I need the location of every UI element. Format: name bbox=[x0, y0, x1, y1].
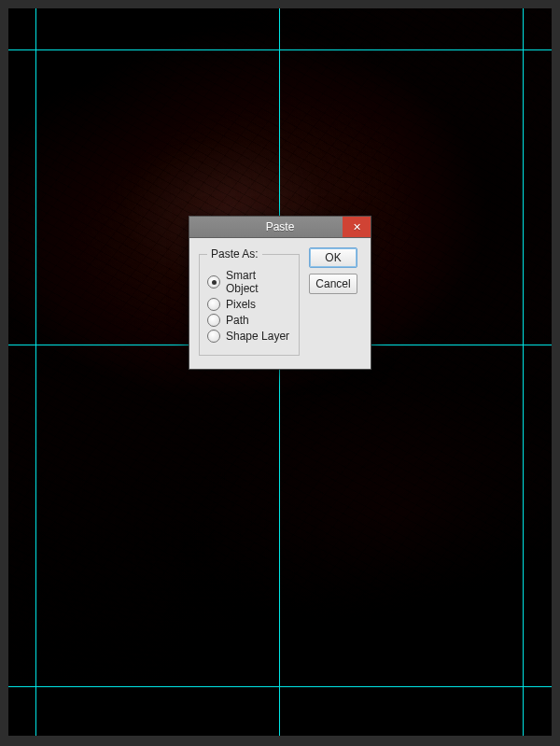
dialog-titlebar[interactable]: Paste ✕ bbox=[189, 217, 371, 238]
radio-label: Path bbox=[226, 314, 249, 327]
close-icon: ✕ bbox=[353, 222, 361, 232]
dialog-button-column: OK Cancel bbox=[309, 247, 357, 294]
button-label: OK bbox=[325, 251, 341, 264]
radio-label: Shape Layer bbox=[226, 330, 289, 343]
background-texture bbox=[8, 8, 552, 736]
radio-label: Smart Object bbox=[226, 269, 291, 295]
ok-button[interactable]: OK bbox=[309, 247, 357, 268]
cancel-button[interactable]: Cancel bbox=[309, 274, 357, 294]
radio-shape-layer[interactable]: Shape Layer bbox=[207, 330, 291, 343]
close-button[interactable]: ✕ bbox=[343, 217, 371, 237]
radio-icon bbox=[207, 275, 220, 289]
paste-as-group: Paste As: Smart Object Pixels Path Shape… bbox=[199, 247, 300, 356]
radio-icon bbox=[207, 298, 220, 311]
dialog-title: Paste bbox=[266, 220, 295, 233]
document-canvas[interactable] bbox=[8, 8, 552, 736]
radio-smart-object[interactable]: Smart Object bbox=[207, 269, 291, 295]
dialog-body: Paste As: Smart Object Pixels Path Shape… bbox=[189, 238, 371, 369]
radio-icon bbox=[207, 314, 220, 327]
radio-path[interactable]: Path bbox=[207, 314, 291, 327]
radio-icon bbox=[207, 330, 220, 343]
paste-as-legend: Paste As: bbox=[207, 247, 262, 260]
button-label: Cancel bbox=[315, 277, 350, 290]
radio-label: Pixels bbox=[226, 298, 256, 311]
workspace: Paste ✕ Paste As: Smart Object Pixels Pa… bbox=[0, 0, 560, 746]
paste-dialog: Paste ✕ Paste As: Smart Object Pixels Pa… bbox=[189, 216, 371, 370]
radio-pixels[interactable]: Pixels bbox=[207, 298, 291, 311]
